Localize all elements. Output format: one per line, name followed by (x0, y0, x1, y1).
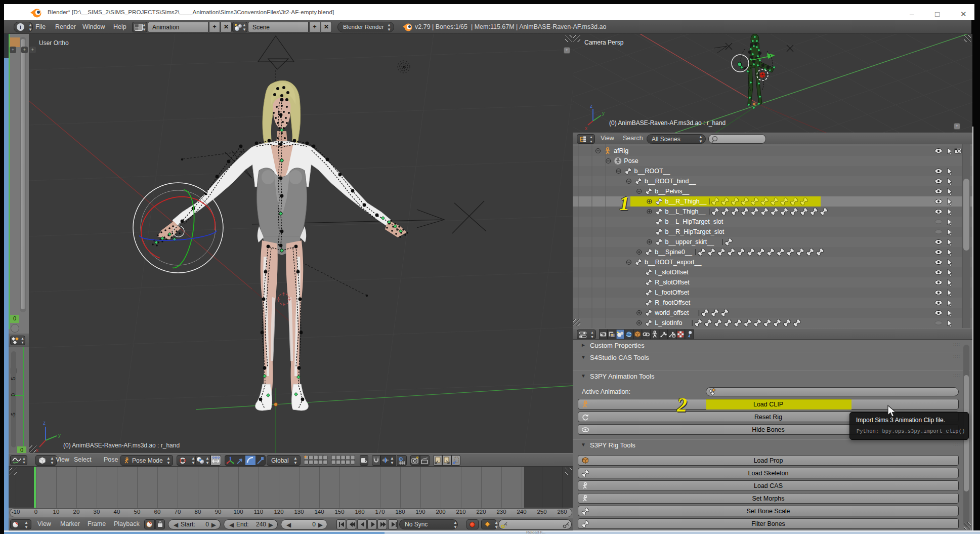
svg-text:b__ROOT__: b__ROOT__ (634, 168, 671, 175)
svg-text:y: y (602, 110, 605, 116)
svg-text:z: z (43, 420, 46, 426)
svg-text:L_slotOffset: L_slotOffset (655, 269, 689, 276)
svg-text:z: z (590, 103, 592, 109)
svg-text:L_footOffset: L_footOffset (655, 289, 689, 296)
svg-text:b__ROOT_bind__: b__ROOT_bind__ (645, 178, 697, 185)
svg-text:b__Spine0__: b__Spine0__ (655, 249, 693, 256)
svg-text:b__R_Thigh__: b__R_Thigh__ (665, 198, 707, 205)
svg-text:R_slotOffset: R_slotOffset (655, 279, 690, 286)
svg-text:b__ROOT_export__: b__ROOT_export__ (645, 259, 702, 266)
svg-text:b__Pelvis__: b__Pelvis__ (655, 188, 690, 195)
svg-text:b__upper_skirt__: b__upper_skirt__ (665, 238, 715, 245)
svg-text:L_slotInfo: L_slotInfo (655, 319, 682, 326)
svg-text:b__R_HipTarget_slot: b__R_HipTarget_slot (665, 228, 725, 235)
svg-text:R_footOffset: R_footOffset (655, 299, 690, 306)
svg-text:b__L_Thigh__: b__L_Thigh__ (665, 208, 706, 215)
svg-text:x: x (585, 126, 587, 131)
svg-text:b__L_HipTarget_slot: b__L_HipTarget_slot (665, 218, 723, 225)
svg-text:y: y (58, 432, 61, 438)
svg-text:Pose: Pose (624, 157, 638, 165)
svg-text:afRig: afRig (614, 147, 628, 154)
svg-text:world_offset: world_offset (654, 309, 689, 316)
